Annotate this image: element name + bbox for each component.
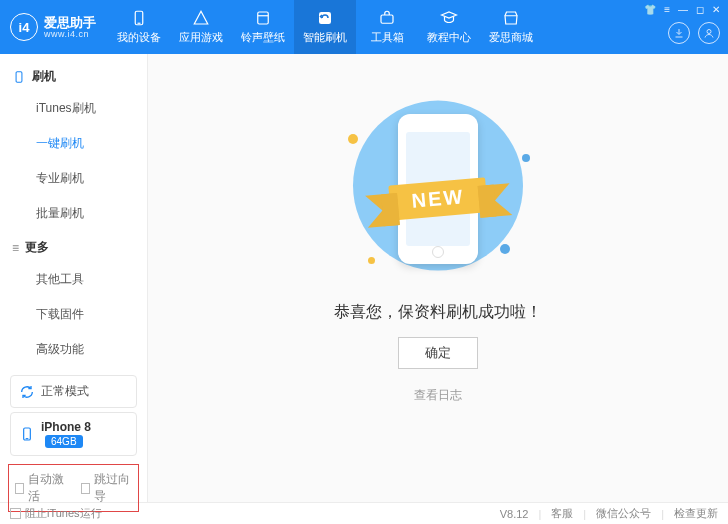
device-info[interactable]: iPhone 8 64GB (10, 412, 137, 456)
menu-icon[interactable]: ≡ (664, 4, 670, 15)
svg-rect-3 (258, 12, 269, 24)
wechat-link[interactable]: 微信公众号 (596, 506, 651, 521)
svg-rect-8 (16, 71, 22, 82)
sidebar-item-itunes-flash[interactable]: iTunes刷机 (0, 91, 147, 126)
sidebar-section-more[interactable]: ≡ 更多 (0, 231, 147, 262)
logo-icon: i4 (10, 13, 38, 41)
tab-label: 爱思商城 (489, 30, 533, 45)
tab-label: 铃声壁纸 (241, 30, 285, 45)
svg-rect-6 (381, 15, 393, 23)
sidebar-item-pro-flash[interactable]: 专业刷机 (0, 161, 147, 196)
version-label: V8.12 (500, 508, 529, 520)
user-icon[interactable] (698, 22, 720, 44)
checkbox-auto-activate[interactable]: 自动激活 (15, 471, 67, 505)
app-title: 爱思助手 (44, 16, 96, 29)
svg-point-7 (707, 30, 711, 34)
checkbox-skip-guide[interactable]: 跳过向导 (81, 471, 133, 505)
main-content: NEW 恭喜您，保资料刷机成功啦！ 确定 查看日志 (148, 54, 728, 502)
tab-label: 工具箱 (371, 30, 404, 45)
minimize-icon[interactable]: — (678, 4, 688, 15)
ok-button[interactable]: 确定 (398, 337, 478, 369)
chk-label: 阻止iTunes运行 (25, 506, 102, 521)
sidebar-item-download-firmware[interactable]: 下载固件 (0, 297, 147, 332)
mode-label: 正常模式 (41, 383, 89, 400)
skin-icon[interactable]: 👕 (644, 4, 656, 15)
device-storage-badge: 64GB (45, 435, 83, 448)
sidebar-section-flash[interactable]: 刷机 (0, 60, 147, 91)
app-logo: i4 爱思助手 www.i4.cn (10, 13, 96, 41)
refresh-icon (19, 384, 35, 400)
svg-marker-2 (194, 11, 208, 24)
device-name: iPhone 8 (41, 420, 91, 434)
success-message: 恭喜您，保资料刷机成功啦！ (334, 302, 542, 323)
tab-toolbox[interactable]: 工具箱 (356, 0, 418, 54)
chk-label: 跳过向导 (94, 471, 132, 505)
phone-icon (19, 426, 35, 442)
app-subtitle: www.i4.cn (44, 29, 96, 39)
sidebar-item-advanced[interactable]: 高级功能 (0, 332, 147, 367)
tab-label: 应用游戏 (179, 30, 223, 45)
section-title: 刷机 (32, 68, 56, 85)
tab-store[interactable]: 爱思商城 (480, 0, 542, 54)
checkbox-prevent-itunes[interactable]: 阻止iTunes运行 (10, 506, 102, 521)
device-mode[interactable]: 正常模式 (10, 375, 137, 408)
support-link[interactable]: 客服 (551, 506, 573, 521)
section-title: 更多 (25, 239, 49, 256)
sidebar-item-oneclick-flash[interactable]: 一键刷机 (0, 126, 147, 161)
tab-apps[interactable]: 应用游戏 (170, 0, 232, 54)
tab-label: 智能刷机 (303, 30, 347, 45)
download-icon[interactable] (668, 22, 690, 44)
check-update-link[interactable]: 检查更新 (674, 506, 718, 521)
success-illustration: NEW (328, 94, 548, 284)
close-icon[interactable]: ✕ (712, 4, 720, 15)
tab-label: 教程中心 (427, 30, 471, 45)
sidebar-item-other-tools[interactable]: 其他工具 (0, 262, 147, 297)
sidebar: 刷机 iTunes刷机 一键刷机 专业刷机 批量刷机 ≡ 更多 其他工具 下载固… (0, 54, 148, 502)
tab-my-device[interactable]: 我的设备 (108, 0, 170, 54)
view-log-link[interactable]: 查看日志 (414, 387, 462, 404)
options-highlight-box: 自动激活 跳过向导 (8, 464, 139, 512)
tab-ringtones[interactable]: 铃声壁纸 (232, 0, 294, 54)
tab-tutorials[interactable]: 教程中心 (418, 0, 480, 54)
tab-label: 我的设备 (117, 30, 161, 45)
sidebar-item-batch-flash[interactable]: 批量刷机 (0, 196, 147, 231)
svg-rect-5 (319, 12, 331, 24)
tab-flash[interactable]: 智能刷机 (294, 0, 356, 54)
chk-label: 自动激活 (28, 471, 66, 505)
maximize-icon[interactable]: ◻ (696, 4, 704, 15)
